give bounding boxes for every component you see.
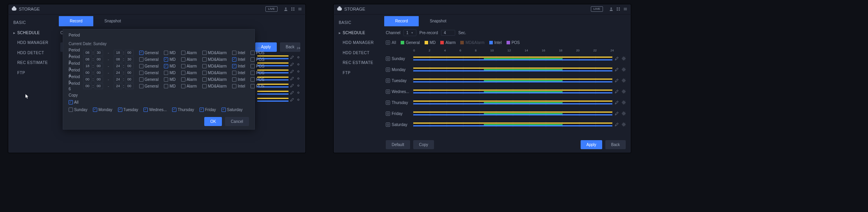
period-pos-checkbox[interactable] <box>251 71 255 75</box>
gear-icon[interactable] <box>296 84 300 88</box>
sidebar-item-rec-estimate[interactable]: REC ESTIMATE <box>8 58 55 68</box>
period-general-checkbox[interactable] <box>139 51 143 55</box>
copy-day-checkbox[interactable] <box>172 108 176 112</box>
period-pos-checkbox[interactable] <box>251 51 255 55</box>
legend-all[interactable]: All <box>386 40 396 46</box>
sidebar-item-basic[interactable]: BASIC <box>8 18 55 28</box>
period-to-h[interactable]: 24 <box>114 83 122 89</box>
gear-icon[interactable] <box>622 122 626 126</box>
period-alarm-checkbox[interactable] <box>181 51 185 55</box>
period-from-h[interactable]: 00 <box>83 83 92 89</box>
copy-day-checkbox[interactable] <box>69 108 73 112</box>
sidebar-item-hdd-manager[interactable]: HDD MANAGER <box>8 38 55 48</box>
period-alarm-checkbox[interactable] <box>181 71 185 75</box>
sidebar-item-ftp[interactable]: FTP <box>333 68 380 78</box>
tab-snapshot[interactable]: Snapshot <box>93 16 132 26</box>
period-from-h[interactable]: 08 <box>83 57 92 62</box>
day-timeline[interactable] <box>413 100 612 105</box>
gear-icon[interactable] <box>622 101 626 104</box>
day-timeline[interactable] <box>413 56 612 61</box>
grid-icon[interactable] <box>616 7 620 11</box>
period-general-checkbox[interactable] <box>139 64 143 68</box>
period-from-h[interactable]: 08 <box>83 50 92 55</box>
ok-button[interactable]: OK <box>204 117 222 126</box>
gear-icon[interactable] <box>622 57 626 60</box>
live-badge[interactable]: LIVE <box>265 6 278 12</box>
period-pos-checkbox[interactable] <box>251 77 255 82</box>
live-badge[interactable]: LIVE <box>591 6 603 12</box>
menu-icon[interactable] <box>298 7 302 11</box>
day-timeline[interactable] <box>413 122 612 127</box>
gear-icon[interactable] <box>296 77 300 80</box>
period-md-checkbox[interactable] <box>164 51 168 55</box>
period-from-h[interactable]: 00 <box>83 77 92 82</box>
copy-day-checkbox[interactable] <box>143 108 148 112</box>
period-pos-checkbox[interactable] <box>251 64 255 68</box>
day-label[interactable]: Friday <box>386 111 413 117</box>
edit-icon[interactable] <box>615 122 619 126</box>
period-to-m[interactable]: 00 <box>125 83 134 89</box>
sidebar-item-schedule[interactable]: ▸SCHEDULE <box>8 28 55 38</box>
period-general-checkbox[interactable] <box>139 57 143 62</box>
period-alarm-checkbox[interactable] <box>181 64 185 68</box>
edit-icon[interactable] <box>615 111 619 115</box>
sidebar-item-basic[interactable]: BASIC <box>333 18 380 28</box>
sidebar-item-hdd-detect[interactable]: HDD DETECT <box>8 48 55 58</box>
gear-icon[interactable] <box>622 90 626 93</box>
sidebar-item-rec-estimate[interactable]: REC ESTIMATE <box>333 58 380 68</box>
gear-icon[interactable] <box>296 91 300 95</box>
apply-button[interactable]: Apply <box>581 140 602 150</box>
edit-icon[interactable] <box>615 68 619 71</box>
period-from-m[interactable]: 00 <box>94 83 103 89</box>
period-md_alarm-checkbox[interactable] <box>202 71 207 75</box>
period-md_alarm-checkbox[interactable] <box>202 77 207 82</box>
copy-day-checkbox[interactable] <box>93 108 97 112</box>
gear-icon[interactable] <box>296 55 300 59</box>
edit-icon[interactable] <box>290 98 294 102</box>
period-to-m[interactable]: 00 <box>125 50 134 55</box>
day-label[interactable]: Tuesday <box>386 78 413 84</box>
edit-icon[interactable] <box>290 55 294 59</box>
period-md_alarm-checkbox[interactable] <box>202 57 207 62</box>
day-label[interactable]: Wednes... <box>386 89 413 95</box>
period-alarm-checkbox[interactable] <box>181 77 185 82</box>
sidebar-item-hdd-detect[interactable]: HDD DETECT <box>333 48 380 58</box>
cancel-button[interactable]: Cancel <box>225 117 249 126</box>
period-general-checkbox[interactable] <box>139 71 143 75</box>
period-intel-checkbox[interactable] <box>232 64 236 68</box>
day-timeline[interactable] <box>413 78 612 83</box>
period-to-m[interactable]: 00 <box>125 63 134 69</box>
gear-icon[interactable] <box>296 62 300 66</box>
period-intel-checkbox[interactable] <box>232 51 236 55</box>
edit-icon[interactable] <box>290 69 294 73</box>
period-to-m[interactable]: 00 <box>125 70 134 75</box>
period-md-checkbox[interactable] <box>164 84 168 88</box>
default-button[interactable]: Default <box>386 140 410 150</box>
sidebar-item-schedule[interactable]: ▸SCHEDULE <box>333 28 380 38</box>
period-from-m[interactable]: 00 <box>94 77 103 82</box>
day-label[interactable]: Thursday <box>386 100 413 106</box>
edit-icon[interactable] <box>290 77 294 80</box>
period-intel-checkbox[interactable] <box>232 71 236 75</box>
period-to-h[interactable]: 24 <box>114 70 122 75</box>
period-general-checkbox[interactable] <box>139 84 143 88</box>
copy-day-checkbox[interactable] <box>200 108 204 112</box>
gear-icon[interactable] <box>296 69 300 73</box>
edit-icon[interactable] <box>615 101 619 104</box>
period-intel-checkbox[interactable] <box>232 84 236 88</box>
day-timeline[interactable] <box>413 67 612 72</box>
period-pos-checkbox[interactable] <box>251 84 255 88</box>
period-md_alarm-checkbox[interactable] <box>202 64 207 68</box>
period-md_alarm-checkbox[interactable] <box>202 51 207 55</box>
period-md_alarm-checkbox[interactable] <box>202 84 207 88</box>
period-to-h[interactable]: 08 <box>114 57 122 62</box>
day-timeline[interactable] <box>413 89 612 94</box>
period-from-m[interactable]: 00 <box>94 57 103 62</box>
copy-button[interactable]: Copy <box>413 140 434 150</box>
edit-icon[interactable] <box>290 91 294 95</box>
period-to-h[interactable]: 18 <box>114 50 122 55</box>
period-to-m[interactable]: 30 <box>125 57 134 62</box>
period-to-h[interactable]: 24 <box>114 63 122 69</box>
sidebar-item-ftp[interactable]: FTP <box>8 68 55 78</box>
edit-icon[interactable] <box>615 79 619 82</box>
